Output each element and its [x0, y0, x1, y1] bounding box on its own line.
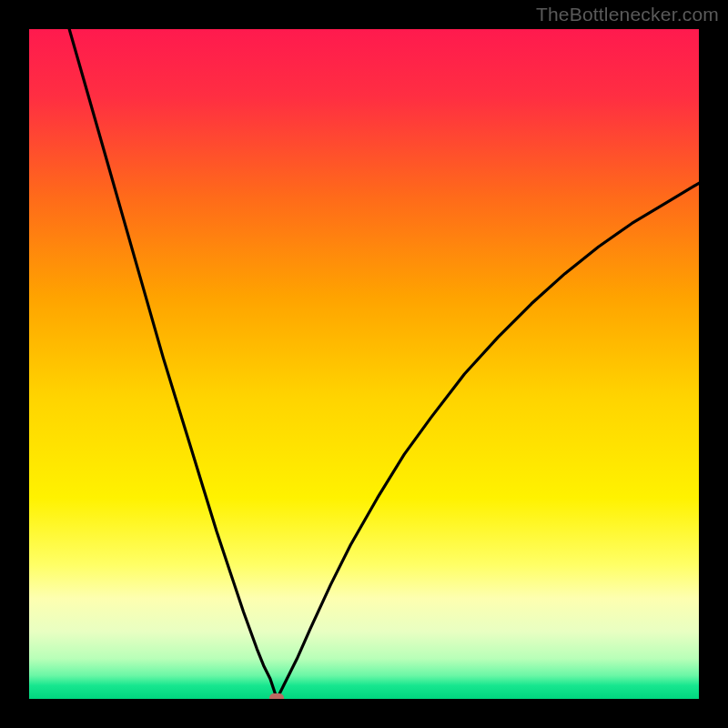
bottleneck-curve: [29, 29, 699, 699]
optimal-point-marker: [269, 693, 284, 699]
watermark-text: TheBottlenecker.com: [536, 4, 719, 25]
chart-frame: TheBottlenecker.com: [0, 0, 728, 728]
plot-area: [29, 29, 699, 699]
